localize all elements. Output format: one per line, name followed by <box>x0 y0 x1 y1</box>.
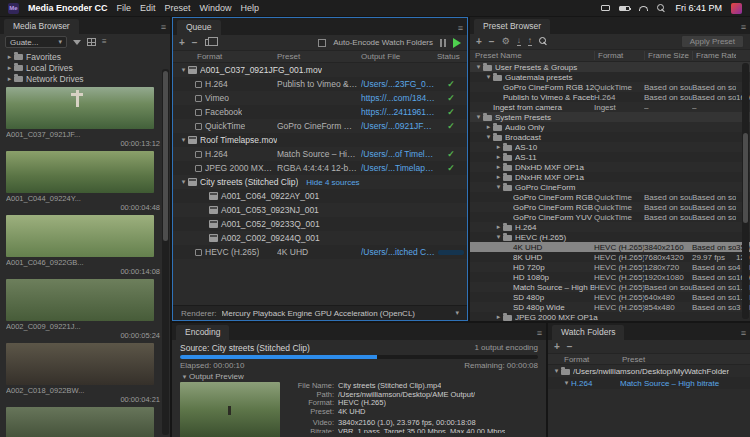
preset-row[interactable]: Publish to Vimeo & FacebookH.264Based on… <box>470 92 750 102</box>
column-header-frame-size[interactable]: Frame Size <box>644 51 692 60</box>
app-icon[interactable]: Me <box>8 3 19 14</box>
clip-thumbnail[interactable] <box>6 407 154 437</box>
chevron-right-icon[interactable]: ▸ <box>494 143 503 151</box>
output-file-link[interactable]: /Users/...Timelapse_1.mxf <box>361 163 437 173</box>
panel-menu-icon[interactable]: ≡ <box>741 22 746 34</box>
chevron-down-icon[interactable]: ▾ <box>179 178 188 186</box>
stitch-source-row[interactable]: A002_C002_09244Q_001 <box>173 231 467 245</box>
stitch-source-row[interactable]: A001_C053_0923NJ_001 <box>173 203 467 217</box>
media-clip[interactable]: A001_C046_0922GB... 00:00:14:08 <box>6 215 160 276</box>
output-file-link[interactable]: https://...com/184066142 <box>361 93 437 103</box>
queue-output-row[interactable]: QuickTime GoPro CineForm RGB 12-bit /Use… <box>173 119 467 133</box>
remove-watch-folder-button[interactable]: − <box>567 342 573 352</box>
output-preset[interactable]: GoPro CineForm RGB 12-bit <box>277 121 361 131</box>
panel-menu-icon[interactable]: ≡ <box>741 328 746 340</box>
preset-row[interactable]: SD 480p WideHEVC (H.265)854x480Based on … <box>470 302 750 312</box>
app-name[interactable]: Media Encoder CC <box>28 3 108 13</box>
filter-icon[interactable] <box>73 40 81 45</box>
queue-source-row[interactable]: ▾ A001_C037_0921JFG_001.mov <box>173 63 467 77</box>
tab-watch-folders[interactable]: Watch Folders <box>552 325 624 340</box>
delete-preset-button[interactable]: − <box>489 37 495 47</box>
chevron-down-icon[interactable]: ▾ <box>179 66 188 74</box>
add-watch-folder-button[interactable]: + <box>554 342 560 352</box>
clip-thumbnail[interactable] <box>6 151 154 193</box>
renderer-dropdown[interactable]: Mercury Playback Engine GPU Acceleration… <box>222 309 415 318</box>
stitch-source-row[interactable]: A001_C052_09233Q_001 <box>173 217 467 231</box>
chevron-down-icon[interactable]: ▾ <box>474 113 483 121</box>
chevron-right-icon[interactable]: ▸ <box>494 223 503 231</box>
chevron-right-icon[interactable]: ▸ <box>5 75 14 83</box>
list-view-icon[interactable]: ≡ <box>102 38 107 46</box>
remove-output-button[interactable]: − <box>192 38 198 48</box>
preset-row[interactable]: SD 480pHEVC (H.265)640x480Based on sourc… <box>470 292 750 302</box>
preset-row[interactable]: HD 720pHEVC (H.265)1280x720Based on sour… <box>470 262 750 272</box>
tab-preset-browser[interactable]: Preset Browser <box>474 19 550 34</box>
output-file-link[interactable]: /Users/...0921JFG_001.mov <box>361 121 437 131</box>
apply-preset-button[interactable]: Apply Preset <box>681 35 744 48</box>
queue-output-row[interactable]: Vimeo https://...com/184066142 ✓ <box>173 91 467 105</box>
preset-folder-row[interactable]: ▸AS-11 <box>470 152 750 162</box>
preset-folder-row[interactable]: ▸DNxHD MXF OP1a <box>470 162 750 172</box>
menu-help[interactable]: Help <box>241 3 260 13</box>
display-icon[interactable] <box>601 5 610 11</box>
chevron-right-icon[interactable]: ▸ <box>494 163 503 171</box>
column-header-output-file[interactable]: Output File <box>361 52 437 61</box>
preset-folder-row[interactable]: ▾Guatemala presets <box>470 72 750 82</box>
chevron-down-icon[interactable]: ▾ <box>484 73 493 81</box>
preset-row[interactable]: HD 1080pHEVC (H.265)1920x1080Based on so… <box>470 272 750 282</box>
media-clip[interactable]: A002_C009_09221J... 00:00:05:24 <box>6 279 160 340</box>
chevron-down-icon[interactable]: ▾ <box>552 367 561 375</box>
wifi-icon[interactable] <box>639 6 648 11</box>
media-clip[interactable]: A002_C052_09227T... 00:00:05:09 <box>6 407 160 437</box>
menu-clock[interactable]: Fri 6:41 PM <box>675 3 722 13</box>
column-header-status[interactable]: Status <box>437 52 465 61</box>
preset-row[interactable]: GoPro CineForm RGB 12-bit with alphaQuic… <box>470 192 750 202</box>
menu-window[interactable]: Window <box>200 3 232 13</box>
chevron-right-icon[interactable]: ▸ <box>484 123 493 131</box>
panel-menu-icon[interactable]: ≡ <box>458 23 463 35</box>
output-preview-header[interactable]: ▾ Output Preview <box>180 371 538 382</box>
tab-queue[interactable]: Queue <box>177 20 221 35</box>
auto-encode-checkbox[interactable] <box>318 39 326 47</box>
chevron-down-icon[interactable]: ▾ <box>179 136 188 144</box>
clip-thumbnail[interactable] <box>6 279 154 321</box>
battery-icon[interactable] <box>619 6 630 11</box>
clip-thumbnail[interactable] <box>6 215 154 257</box>
start-queue-button[interactable] <box>453 38 461 48</box>
preset-search-icon[interactable] <box>539 37 548 46</box>
media-clip[interactable]: A001_C037_0921JF... 00:00:13:12 <box>6 87 160 148</box>
watch-folder-row[interactable]: ▾ /Users/nwilliamson/Desktop/MyWatchFold… <box>548 365 750 377</box>
clip-thumbnail[interactable] <box>6 343 154 385</box>
chevron-down-icon[interactable]: ▾ <box>494 233 503 241</box>
chevron-down-icon[interactable]: ▾ <box>474 63 483 71</box>
new-preset-button[interactable]: + <box>476 37 482 47</box>
preset-group-row[interactable]: ▾User Presets & Groups <box>470 62 750 72</box>
preset-folder-row[interactable]: ▾GoPro CineForm <box>470 182 750 192</box>
preset-row-selected[interactable]: 4K UHDHEVC (H.265)3840x2160Based on sour… <box>470 242 750 252</box>
output-preset[interactable]: Match Source – High bitrate <box>277 149 361 159</box>
preset-folder-row[interactable]: ▸JPEG 2000 MXF OP1a <box>470 312 750 321</box>
media-browser-scrollbar[interactable] <box>162 69 169 435</box>
clip-thumbnail[interactable] <box>6 87 154 129</box>
export-preset-icon[interactable]: ↑ <box>528 37 532 46</box>
output-preset[interactable]: Publish to Vimeo & Facebook <box>277 79 361 89</box>
search-icon[interactable] <box>657 4 666 13</box>
preset-browser-scrollbar[interactable] <box>742 63 749 319</box>
tree-item-favorites[interactable]: ▸Favorites <box>0 51 170 62</box>
stitch-source-row[interactable]: A001_C064_0922AY_001 <box>173 189 467 203</box>
column-header-preset[interactable]: Preset <box>622 355 750 364</box>
preset-row[interactable]: Ingest from cameraIngest–– <box>470 102 750 112</box>
menu-file[interactable]: File <box>117 3 132 13</box>
preset-folder-row[interactable]: ▾HEVC (H.265) <box>470 232 750 242</box>
chevron-down-icon[interactable]: ▾ <box>494 183 503 191</box>
output-file-link[interactable]: /Users/...23FG_001_1.mp4 <box>361 79 437 89</box>
menu-edit[interactable]: Edit <box>140 3 156 13</box>
output-file-link[interactable]: /Users/...of Timelapse.mp4 <box>361 149 437 159</box>
watch-folder-output-row[interactable]: ▾ H.264 Match Source – High bitrate <box>548 377 750 389</box>
media-clip[interactable]: A002_C018_0922BW... 00:00:04:21 <box>6 343 160 404</box>
chevron-down-icon[interactable]: ▾ <box>562 379 571 387</box>
chevron-down-icon[interactable]: ▾ <box>484 133 493 141</box>
queue-encoding-row[interactable]: HEVC (H.265) 4K UHD /Users/...itched Cli… <box>173 245 467 259</box>
import-preset-icon[interactable]: ↓ <box>517 37 521 46</box>
output-preset[interactable]: RGBA 4:4:4:4 12-bit 10-bit <box>277 163 361 173</box>
